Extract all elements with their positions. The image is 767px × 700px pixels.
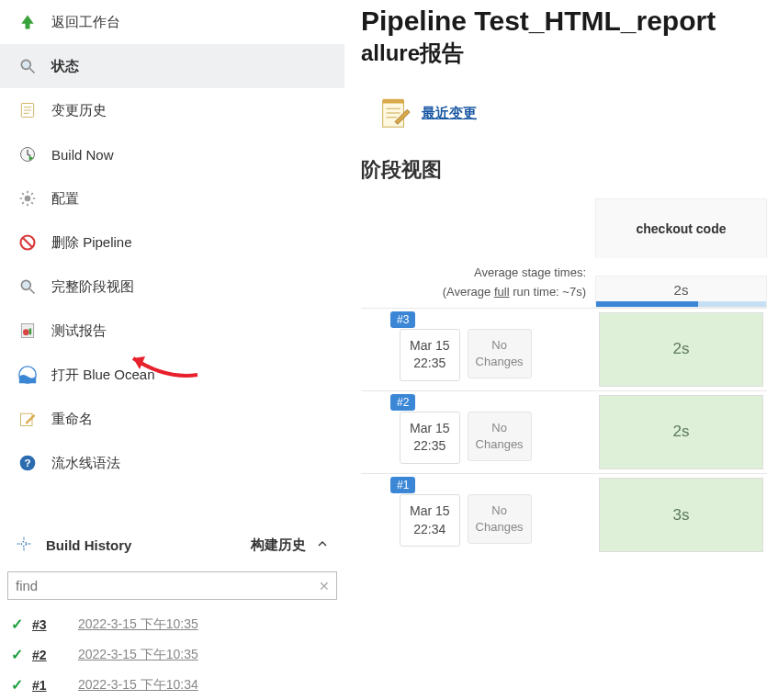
sidebar-item-blue-ocean[interactable]: 打开 Blue Ocean xyxy=(0,353,344,397)
stage-header-row: checkout code xyxy=(361,198,767,258)
build-history-title-en: Build History xyxy=(46,537,131,553)
question-icon: ? xyxy=(17,452,39,474)
success-icon: ✓ xyxy=(11,646,23,663)
build-date-link[interactable]: 2022-3-15 下午10:34 xyxy=(78,677,198,694)
notepad-icon xyxy=(17,99,39,121)
svg-rect-24 xyxy=(383,101,404,128)
notepad-pencil-icon xyxy=(378,96,412,130)
stage-duration-cell[interactable]: 2s xyxy=(599,312,763,387)
run-badge[interactable]: #2 xyxy=(390,394,415,411)
search-input[interactable] xyxy=(7,571,337,600)
stage-avg-row: Average stage times: (Average full run t… xyxy=(361,258,767,308)
edit-icon xyxy=(17,408,39,430)
svg-point-19 xyxy=(22,542,27,547)
arrow-up-icon xyxy=(17,11,39,33)
sidebar-item-full-stage[interactable]: 完整阶段视图 xyxy=(0,265,344,309)
sidebar-item-label: 删除 Pipeline xyxy=(51,234,132,252)
no-entry-icon xyxy=(17,231,39,254)
svg-point-13 xyxy=(23,329,29,335)
stage-column-header: checkout code xyxy=(595,198,767,258)
run-badge[interactable]: #1 xyxy=(390,477,415,493)
sidebar-item-label: 测试报告 xyxy=(51,322,107,340)
report-icon xyxy=(17,320,39,342)
success-icon: ✓ xyxy=(11,676,23,694)
sidebar: 返回工作台 状态 变更历史 Build Now 配置 xyxy=(0,0,344,700)
run-changes: No Changes xyxy=(468,494,532,544)
run-info: #3 Mar 15 22:35 No Changes xyxy=(361,309,595,390)
stage-run-row: #3 Mar 15 22:35 No Changes 2s xyxy=(361,308,767,390)
run-info: #2 Mar 15 22:35 No Changes xyxy=(361,391,595,473)
sidebar-item-back[interactable]: 返回工作台 xyxy=(0,0,344,44)
page-subtitle: allure报告 xyxy=(361,39,767,68)
svg-line-11 xyxy=(30,289,35,294)
sidebar-item-changes[interactable]: 变更历史 xyxy=(0,88,344,132)
search-icon xyxy=(17,55,39,77)
run-changes: No Changes xyxy=(468,412,532,461)
sidebar-item-label: 返回工作台 xyxy=(51,14,120,31)
sidebar-item-label: 流水线语法 xyxy=(51,455,120,472)
sidebar-item-label: 完整阶段视图 xyxy=(51,278,134,296)
find-container: ✕ xyxy=(7,571,337,600)
run-datetime: Mar 15 22:34 xyxy=(400,494,460,547)
close-icon[interactable]: ✕ xyxy=(319,579,330,593)
sidebar-nav: 返回工作台 状态 变更历史 Build Now 配置 xyxy=(0,0,344,485)
stage-view-title: 阶段视图 xyxy=(361,156,767,184)
build-number-link[interactable]: #1 xyxy=(32,678,78,693)
sidebar-item-test-report[interactable]: 测试报告 xyxy=(0,309,344,353)
sidebar-item-label: Build Now xyxy=(51,147,114,163)
run-datetime: Mar 15 22:35 xyxy=(400,412,460,464)
sidebar-item-configure[interactable]: 配置 xyxy=(0,176,344,220)
svg-point-0 xyxy=(21,60,30,69)
avg-line2: (Average full run time: ~7s) xyxy=(361,283,586,302)
svg-rect-25 xyxy=(383,99,404,104)
recent-changes-link[interactable]: 最近变更 xyxy=(422,105,477,122)
run-datetime: Mar 15 22:35 xyxy=(400,329,460,381)
build-date-link[interactable]: 2022-3-15 下午10:35 xyxy=(78,616,198,633)
run-info: #1 Mar 15 22:34 No Changes xyxy=(361,474,595,556)
build-history-row[interactable]: ✓ #1 2022-3-15 下午10:34 xyxy=(0,670,344,700)
avg-time-labels: Average stage times: (Average full run t… xyxy=(361,258,595,308)
stage-view-table: checkout code Average stage times: (Aver… xyxy=(361,198,767,556)
stage-run-row: #2 Mar 15 22:35 No Changes 2s xyxy=(361,390,767,473)
run-changes: No Changes xyxy=(468,329,532,378)
page-title: Pipeline Test_HTML_report xyxy=(361,6,767,37)
avg-line1: Average stage times: xyxy=(361,264,586,283)
build-date-link[interactable]: 2022-3-15 下午10:35 xyxy=(78,647,198,663)
build-history-row[interactable]: ✓ #2 2022-3-15 下午10:35 xyxy=(0,639,344,670)
main-content: Pipeline Test_HTML_report allure报告 最近变更 … xyxy=(344,0,767,700)
blue-ocean-icon xyxy=(17,364,39,386)
sidebar-item-label: 状态 xyxy=(51,58,79,75)
sidebar-item-label: 配置 xyxy=(51,190,79,208)
recent-changes-row: 最近变更 xyxy=(378,96,767,130)
trend-icon xyxy=(15,535,35,555)
sidebar-item-syntax[interactable]: ? 流水线语法 xyxy=(0,441,344,485)
build-history-title-zh: 构建历史 xyxy=(251,536,306,554)
search-icon xyxy=(17,276,39,298)
svg-text:?: ? xyxy=(24,457,30,469)
stage-duration-cell[interactable]: 2s xyxy=(599,395,763,469)
svg-point-10 xyxy=(21,280,30,289)
sidebar-item-build-now[interactable]: Build Now xyxy=(0,132,344,176)
run-badge[interactable]: #3 xyxy=(390,311,415,328)
svg-point-7 xyxy=(25,196,31,202)
build-number-link[interactable]: #2 xyxy=(32,648,78,662)
build-history-header[interactable]: Build History 构建历史 xyxy=(0,524,344,566)
svg-line-1 xyxy=(30,69,35,73)
sidebar-item-label: 变更历史 xyxy=(51,102,107,119)
sidebar-item-rename[interactable]: 重命名 xyxy=(0,397,344,441)
gear-icon xyxy=(17,187,39,209)
svg-line-9 xyxy=(23,238,32,247)
chevron-up-icon xyxy=(315,536,330,554)
sidebar-item-delete[interactable]: 删除 Pipeline xyxy=(0,220,344,265)
sidebar-item-status[interactable]: 状态 xyxy=(0,44,344,88)
stage-duration-cell[interactable]: 3s xyxy=(599,478,763,552)
progress-bar xyxy=(596,301,766,307)
sidebar-item-label: 重命名 xyxy=(51,411,93,428)
sidebar-item-label: 打开 Blue Ocean xyxy=(51,367,155,384)
svg-rect-14 xyxy=(29,329,32,335)
clock-play-icon xyxy=(17,143,39,165)
stage-run-row: #1 Mar 15 22:34 No Changes 3s xyxy=(361,473,767,556)
build-history-row[interactable]: ✓ #3 2022-3-15 下午10:35 xyxy=(0,609,344,639)
build-number-link[interactable]: #3 xyxy=(32,617,78,632)
stage-avg-cell: 2s xyxy=(595,276,767,308)
